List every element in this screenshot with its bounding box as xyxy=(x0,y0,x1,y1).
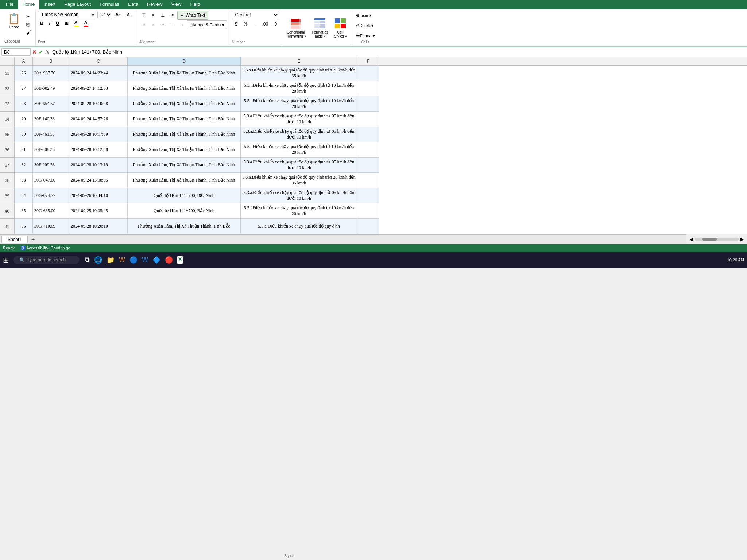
cell-F36[interactable] xyxy=(357,142,379,158)
conditional-formatting-button[interactable]: ConditionalFormatting ▾ xyxy=(284,17,307,39)
cell-A40[interactable]: 35 xyxy=(15,203,33,219)
align-middle-button[interactable]: ≡ xyxy=(149,11,158,20)
taskbar-search-box[interactable]: 🔍 Type here to search xyxy=(13,256,79,264)
cell-B38[interactable]: 30G-047.00 xyxy=(33,173,69,188)
cell-C41[interactable]: 2024-09-28 10:20:10 xyxy=(69,219,128,234)
cell-E40[interactable]: 5.5.i.Điều khiển xe chạy quá tốc độ quy … xyxy=(241,203,357,219)
cell-F34[interactable] xyxy=(357,112,379,127)
scroll-left-icon[interactable]: ◀ xyxy=(689,236,693,242)
format-button[interactable]: ☰ Format ▾ xyxy=(354,31,377,40)
text-angle-button[interactable]: ↗ xyxy=(168,11,177,20)
insert-button[interactable]: ⊕ Insert ▾ xyxy=(354,11,374,20)
start-button[interactable]: ⊞ xyxy=(3,256,9,264)
taskbar-taskview-icon[interactable]: ⧉ xyxy=(85,256,90,264)
cell-B37[interactable]: 30F-909.56 xyxy=(33,158,69,173)
cell-D32[interactable]: Phường Xuân Lâm, Thị Xã Thuận Thành, Tỉn… xyxy=(128,81,241,96)
cell-A39[interactable]: 34 xyxy=(15,188,33,203)
taskbar-chrome-icon[interactable]: 🔵 xyxy=(129,256,138,264)
cell-F40[interactable] xyxy=(357,203,379,219)
cell-C40[interactable]: 2024-09-25 10:05:45 xyxy=(69,203,128,219)
cell-D39[interactable]: Quốc lộ 1Km 141+700, Bắc Ninh xyxy=(128,188,241,203)
percent-button[interactable]: % xyxy=(241,20,250,28)
bold-button[interactable]: B xyxy=(38,20,46,27)
cell-A34[interactable]: 29 xyxy=(15,112,33,127)
cell-A33[interactable]: 28 xyxy=(15,96,33,112)
cell-D36[interactable]: Phường Xuân Lâm, Thị Xã Thuận Thành, Tỉn… xyxy=(128,142,241,158)
cell-A35[interactable]: 30 xyxy=(15,127,33,142)
cell-D41[interactable]: Phường Xuân Lâm, Thị Xã Thuận Thành, Tỉn… xyxy=(128,219,241,234)
cell-C38[interactable]: 2024-09-24 15:08:05 xyxy=(69,173,128,188)
merge-center-button[interactable]: ⊞ Merge & Center ▾ xyxy=(187,20,227,29)
cell-B40[interactable]: 30G-665.00 xyxy=(33,203,69,219)
cell-E35[interactable]: 5.3.a.Điều khiển xe chạy quá tốc độ quy … xyxy=(241,127,357,142)
col-header-c[interactable]: C xyxy=(69,57,128,65)
number-format-select[interactable]: General Number Currency Percentage xyxy=(232,11,279,19)
cell-B33[interactable]: 30E-654.57 xyxy=(33,96,69,112)
align-right-button[interactable]: ≡ xyxy=(158,20,167,29)
cell-B36[interactable]: 30F-508.36 xyxy=(33,142,69,158)
cell-D37[interactable]: Phường Xuân Lâm, Thị Xã Thuận Thành, Tỉn… xyxy=(128,158,241,173)
cell-D40[interactable]: Quốc lộ 1Km 141+700, Bắc Ninh xyxy=(128,203,241,219)
cell-reference-box[interactable] xyxy=(1,48,31,56)
cell-E41[interactable]: 5.3.a.Điều khiển xe chạy quá tốc độ quy … xyxy=(241,219,357,234)
taskbar-edge-icon[interactable]: 🌐 xyxy=(94,256,102,264)
tab-home[interactable]: Home xyxy=(18,0,39,9)
col-header-f[interactable]: F xyxy=(357,57,379,65)
cell-D31[interactable]: Phường Xuân Lâm, Thị Xã Thuận Thành, Tỉn… xyxy=(128,66,241,81)
col-header-d[interactable]: D xyxy=(128,57,241,65)
wrap-text-button[interactable]: ↵ Wrap Text xyxy=(177,11,209,20)
col-header-e[interactable]: E xyxy=(241,57,357,65)
cell-B31[interactable]: 30A-967.70 xyxy=(33,66,69,81)
align-left-button[interactable]: ≡ xyxy=(139,20,148,29)
tab-formulas[interactable]: Formulas xyxy=(95,0,124,9)
cell-E32[interactable]: 5.5.i.Điều khiển xe chạy quá tốc độ quy … xyxy=(241,81,357,96)
cell-F35[interactable] xyxy=(357,127,379,142)
fill-color-button[interactable]: A xyxy=(72,19,81,27)
cell-F37[interactable] xyxy=(357,158,379,173)
cell-E31[interactable]: 5.6.a.Điều khiển xe chạy quá tốc độ quy … xyxy=(241,66,357,81)
sheet-tab-sheet1[interactable]: Sheet1 xyxy=(1,236,28,243)
indent-inc-button[interactable]: → xyxy=(177,20,186,29)
align-center-button[interactable]: ≡ xyxy=(149,20,158,29)
cell-C31[interactable]: 2024-09-24 14:23:44 xyxy=(69,66,128,81)
italic-button[interactable]: I xyxy=(47,20,53,27)
cell-E34[interactable]: 5.3.a.Điều khiển xe chạy quá tốc độ quy … xyxy=(241,112,357,127)
cell-C34[interactable]: 2024-09-24 14:57:26 xyxy=(69,112,128,127)
font-grow-button[interactable]: A↑ xyxy=(113,11,123,18)
tab-data[interactable]: Data xyxy=(124,0,142,9)
font-shrink-button[interactable]: A↓ xyxy=(124,11,135,18)
align-top-button[interactable]: ⊤ xyxy=(139,11,148,20)
cell-A38[interactable]: 33 xyxy=(15,173,33,188)
dollar-button[interactable]: $ xyxy=(232,20,240,28)
merge-dropdown-icon[interactable]: ▾ xyxy=(222,23,224,27)
formula-input[interactable] xyxy=(51,48,746,55)
cell-D34[interactable]: Phường Xuân Lâm, Thị Xã Thuận Thành, Tỉn… xyxy=(128,112,241,127)
cell-E39[interactable]: 5.3.a.Điều khiển xe chạy quá tốc độ quy … xyxy=(241,188,357,203)
cell-C33[interactable]: 2024-09-28 10:10:28 xyxy=(69,96,128,112)
font-family-select[interactable]: Times New Roman Arial Calibri xyxy=(38,11,96,18)
taskbar-excel-icon[interactable]: X xyxy=(177,256,183,264)
align-bottom-button[interactable]: ⊥ xyxy=(158,11,167,20)
cell-A31[interactable]: 26 xyxy=(15,66,33,81)
taskbar-app8-icon[interactable]: 🔴 xyxy=(165,256,173,264)
formula-confirm-icon[interactable]: ✓ xyxy=(39,49,43,55)
tab-review[interactable]: Review xyxy=(143,0,167,9)
indent-dec-button[interactable]: ← xyxy=(168,20,177,29)
cell-A37[interactable]: 32 xyxy=(15,158,33,173)
cell-C35[interactable]: 2024-09-28 10:17:39 xyxy=(69,127,128,142)
cell-F38[interactable] xyxy=(357,173,379,188)
taskbar-app4-icon[interactable]: W xyxy=(119,256,125,264)
format-painter-button[interactable]: 🖌 xyxy=(25,29,32,36)
underline-button[interactable]: U xyxy=(54,20,61,27)
cell-B39[interactable]: 30G-074.77 xyxy=(33,188,69,203)
taskbar-explorer-icon[interactable]: 📁 xyxy=(107,256,115,264)
cell-E38[interactable]: 5.6.a.Điều khiển xe chạy quá tốc độ quy … xyxy=(241,173,357,188)
cell-C32[interactable]: 2024-09-27 14:12:03 xyxy=(69,81,128,96)
cell-B41[interactable]: 30G-710.69 xyxy=(33,219,69,234)
cell-A32[interactable]: 27 xyxy=(15,81,33,96)
tab-insert[interactable]: Insert xyxy=(39,0,60,9)
tab-file[interactable]: File xyxy=(1,0,18,9)
cell-styles-button[interactable]: CellStyles ▾ xyxy=(333,17,348,39)
cell-A36[interactable]: 31 xyxy=(15,142,33,158)
paste-button[interactable]: 📋 Paste xyxy=(4,12,24,30)
